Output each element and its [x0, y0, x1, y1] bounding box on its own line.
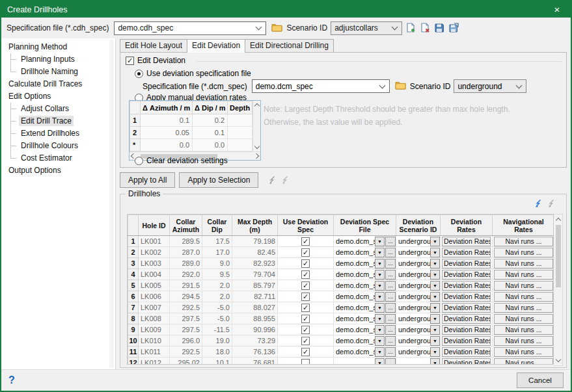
browse-button[interactable]: ...	[385, 314, 396, 324]
grid-cell-use-deviation-spec[interactable]: ✓	[278, 247, 334, 258]
deviation-rates-button[interactable]: Deviation Rates...	[442, 270, 491, 280]
grid-cell-deviation-spec-file[interactable]: demo.dcm_spec▼...	[334, 335, 396, 346]
navi-runs-button[interactable]: Navi runs ...	[494, 347, 553, 357]
browse-button[interactable]: ...	[385, 281, 396, 291]
browse-button[interactable]: ...	[385, 248, 396, 257]
grid-cell-use-deviation-spec[interactable]: ✓	[278, 313, 334, 324]
grid-cell-use-deviation-spec[interactable]: ✓	[278, 324, 334, 335]
navi-runs-button[interactable]: Navi runs ...	[494, 325, 553, 335]
browse-button[interactable]: ...	[385, 347, 396, 357]
navi-runs-button[interactable]: Navi runs ...	[494, 270, 553, 280]
grid-cell-deviation-spec-file[interactable]: demo.dcm_spec▼...	[334, 258, 396, 269]
grid-checkbox[interactable]: ✓	[301, 337, 310, 345]
scroll-right-icon[interactable]	[254, 153, 259, 159]
navi-runs-button[interactable]: Navi runs ...	[494, 237, 553, 246]
navi-runs-button[interactable]: Navi runs ...	[494, 358, 553, 365]
navi-runs-button[interactable]: Navi runs ...	[494, 259, 553, 268]
grid-cell-use-deviation-spec[interactable]	[278, 358, 334, 365]
dropdown-arrow-icon[interactable]: ▼	[375, 303, 385, 313]
deviation-rates-button[interactable]: Deviation Rates...	[442, 358, 491, 365]
grid-row-number[interactable]: 9	[128, 324, 139, 335]
scrollbar-thumb[interactable]	[556, 225, 561, 287]
navi-runs-button[interactable]: Navi runs ...	[494, 281, 553, 291]
row-header-cell[interactable]: *	[130, 139, 141, 151]
save-icon[interactable]	[433, 22, 445, 34]
grid-row-number[interactable]: 3	[128, 258, 139, 269]
grid-row-number[interactable]: 12	[128, 358, 139, 365]
grid-checkbox[interactable]: ✓	[301, 293, 310, 301]
grid-cell-deviation-spec-file[interactable]: demo.dcm_spec▼...	[334, 236, 396, 247]
navi-runs-button[interactable]: Navi runs ...	[494, 314, 553, 324]
grid-row-number[interactable]: 11	[128, 346, 139, 358]
grid-cell-deviation-scenario-id[interactable]: underground▼	[396, 324, 441, 335]
grid-cell-deviation-scenario-id[interactable]: ▼	[396, 358, 441, 365]
grid-checkbox[interactable]: ✓	[301, 237, 310, 246]
save-as-icon[interactable]	[447, 22, 459, 34]
sidebar-item-planning-inputs[interactable]: Planning Inputs	[1, 53, 115, 66]
grid-cell-deviation-spec-file[interactable]: ▼...	[334, 358, 396, 365]
browse-button[interactable]: ...	[385, 325, 396, 335]
scroll-up-icon[interactable]	[555, 218, 560, 223]
grid-col-header-hole-id[interactable]: Hole ID	[139, 215, 170, 236]
grid-cell-deviation-scenario-id[interactable]: underground▼	[396, 313, 441, 324]
manual-value-cell[interactable]	[228, 127, 252, 139]
manual-value-cell[interactable]: 0.0	[193, 139, 228, 151]
dropdown-arrow-icon[interactable]: ▼	[430, 270, 440, 280]
sidebar-item-output-options[interactable]: Output Options	[1, 164, 115, 177]
grid-cell-deviation-spec-file[interactable]: demo.dcm_spec▼...	[334, 291, 396, 302]
lightning-apply-icon[interactable]	[267, 176, 277, 185]
dropdown-arrow-icon[interactable]: ▼	[430, 248, 440, 257]
lightning-clear-icon[interactable]	[280, 176, 290, 185]
manual-value-cell[interactable]: 0.2	[193, 114, 228, 127]
grid-cell-deviation-spec-file[interactable]: demo.dcm_spec▼...	[334, 302, 396, 313]
sidebar-item-adjust-collars[interactable]: Adjust Collars	[1, 103, 115, 115]
grid-cell-deviation-spec-file[interactable]: demo.dcm_spec▼...	[334, 269, 396, 280]
grid-cell-deviation-scenario-id[interactable]: underground▼	[396, 346, 441, 358]
browse-button[interactable]: ...	[385, 336, 396, 346]
grid-cell-deviation-scenario-id[interactable]: underground▼	[396, 302, 441, 313]
edit-deviation-checkbox[interactable]: ✓	[126, 57, 134, 65]
radio-use-spec-file[interactable]: Use deviation specification file	[135, 69, 251, 78]
dropdown-arrow-icon[interactable]: ▼	[430, 325, 440, 335]
browse-button[interactable]: ...	[385, 259, 396, 268]
grid-cell-deviation-scenario-id[interactable]: underground▼	[396, 236, 441, 247]
dropdown-arrow-icon[interactable]: ▼	[375, 281, 385, 291]
grid-col-header-deviation-rates[interactable]: Deviation Rates	[441, 215, 493, 236]
manual-value-cell[interactable]: 0.1	[141, 114, 193, 127]
manual-value-cell[interactable]: 0.1	[193, 127, 228, 139]
grid-checkbox[interactable]	[301, 359, 310, 365]
sidebar-item-drillhole-naming[interactable]: Drillhole Naming	[1, 66, 115, 78]
navi-runs-button[interactable]: Navi runs ...	[494, 248, 553, 257]
grid-cell-use-deviation-spec[interactable]: ✓	[278, 291, 334, 302]
grid-row-number[interactable]: 10	[128, 335, 139, 346]
grid-col-header-deviation-spec-file[interactable]: Deviation Spec File	[334, 215, 396, 236]
grid-checkbox[interactable]: ✓	[301, 270, 310, 279]
new-spec-icon[interactable]	[404, 22, 416, 34]
sidebar-item-calculate-drill-traces[interactable]: Calculate Drill Traces	[1, 78, 115, 90]
grid-cell-use-deviation-spec[interactable]: ✓	[278, 258, 334, 269]
dropdown-arrow-icon[interactable]: ▼	[375, 248, 385, 257]
grid-cell-deviation-scenario-id[interactable]: underground▼	[396, 335, 441, 346]
grid-checkbox[interactable]: ✓	[301, 281, 310, 290]
edit-deviation-checkbox-row[interactable]: ✓ Edit Deviation	[126, 56, 185, 65]
navi-runs-button[interactable]: Navi runs ...	[494, 303, 553, 313]
apply-to-selection-button[interactable]: Apply to Selection	[179, 172, 258, 188]
sidebar-item-drillhole-colours[interactable]: Drillhole Colours	[1, 140, 115, 152]
apply-to-all-button[interactable]: Apply to All	[120, 172, 175, 188]
dropdown-arrow-icon[interactable]: ▼	[375, 358, 385, 365]
grid-cell-deviation-scenario-id[interactable]: underground▼	[396, 269, 441, 280]
grid-cell-use-deviation-spec[interactable]: ✓	[278, 346, 334, 358]
delete-spec-icon[interactable]	[418, 22, 431, 34]
deviation-rates-button[interactable]: Deviation Rates...	[442, 336, 491, 346]
dropdown-arrow-icon[interactable]: ▼	[430, 292, 440, 302]
grid-cell-deviation-scenario-id[interactable]: underground▼	[396, 247, 441, 258]
grid-cell-use-deviation-spec[interactable]: ✓	[278, 269, 334, 280]
deviation-rates-button[interactable]: Deviation Rates...	[442, 248, 491, 257]
deviation-rates-button[interactable]: Deviation Rates...	[442, 314, 491, 324]
cancel-button[interactable]: Cancel	[517, 372, 564, 388]
scroll-up-icon[interactable]	[254, 103, 259, 109]
spec-file-combo[interactable]: demo.cdh_spec	[114, 21, 266, 35]
row-header-cell[interactable]: 2	[130, 127, 141, 139]
grid-cell-deviation-spec-file[interactable]: demo.dcm_spec▼...	[334, 280, 396, 291]
dropdown-arrow-icon[interactable]: ▼	[375, 314, 385, 324]
